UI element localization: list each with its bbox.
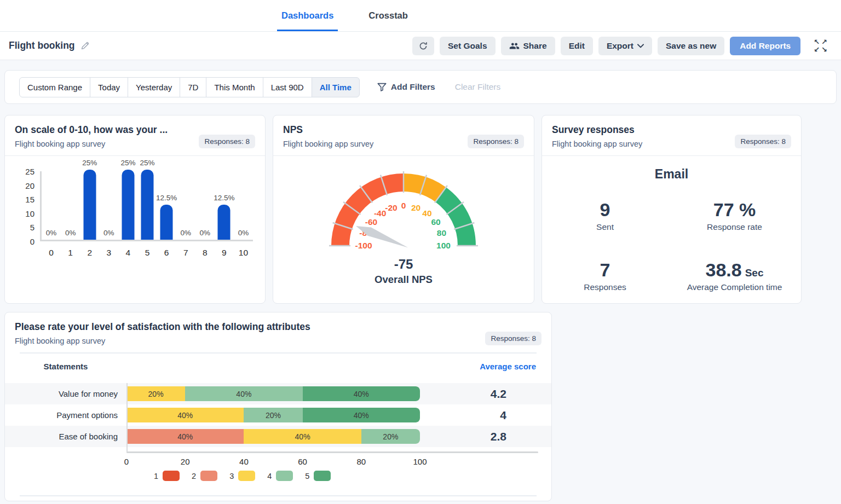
range-all-time[interactable]: All Time bbox=[312, 77, 360, 97]
bar bbox=[83, 170, 96, 240]
y-tick-label: 25 bbox=[25, 167, 34, 176]
stacked-bar: 40%20%40% bbox=[126, 408, 420, 422]
export-button[interactable]: Export bbox=[598, 37, 652, 55]
nps-gauge-chart: -100-80-60-40-20020406080100-75Overall N… bbox=[273, 156, 534, 284]
add-filters-button[interactable]: Add Filters bbox=[374, 82, 439, 92]
gauge-tick-label: -20 bbox=[385, 203, 397, 212]
bar-value-label: 25% bbox=[140, 159, 155, 167]
range-custom-range[interactable]: Custom Range bbox=[19, 77, 90, 97]
range-last-90d[interactable]: Last 90D bbox=[263, 77, 312, 97]
stacked-bar: 20%40%40% bbox=[126, 386, 420, 401]
range-today[interactable]: Today bbox=[90, 77, 128, 97]
table-rows: Value for money20%40%40%4.2Payment optio… bbox=[5, 383, 551, 447]
bar-segment-scale-3: 40% bbox=[244, 429, 361, 444]
report-title: On scale of 0-10, how was your ... bbox=[15, 124, 168, 136]
legend-swatch bbox=[276, 471, 293, 481]
legend-label: 4 bbox=[267, 472, 272, 480]
date-range-segments: Custom RangeTodayYesterday7DThis MonthLa… bbox=[19, 77, 360, 97]
add-filters-label: Add Filters bbox=[391, 82, 435, 92]
x-tick-label: 9 bbox=[215, 248, 234, 258]
statement-label: Ease of booking bbox=[5, 432, 126, 441]
stat-responses: 7 Responses bbox=[542, 259, 668, 292]
y-tick-label: 0 bbox=[30, 237, 34, 246]
table-row: Value for money20%40%40%4.2 bbox=[5, 383, 551, 404]
x-tick-label: 4 bbox=[118, 248, 137, 258]
bar-segment-scale-5: 40% bbox=[303, 386, 420, 401]
responses-badge: Responses: 8 bbox=[485, 332, 542, 345]
toolbar: Flight booking Set Goals Share Edit Expo… bbox=[0, 32, 841, 60]
gauge-tick-label: -100 bbox=[355, 241, 372, 250]
range-this-month[interactable]: This Month bbox=[206, 77, 263, 97]
average-score-value: 4.2 bbox=[420, 387, 551, 401]
clear-filters-button[interactable]: Clear Filters bbox=[452, 82, 504, 92]
x-axis: 012345678910 bbox=[42, 248, 253, 258]
legend-label: 5 bbox=[305, 472, 309, 480]
save-as-new-button[interactable]: Save as new bbox=[658, 37, 724, 55]
survey-responses-card: Survey responses Flight booking app surv… bbox=[542, 115, 802, 304]
statement-label: Value for money bbox=[5, 389, 126, 398]
report-subtitle: Flight booking app survey bbox=[15, 337, 310, 345]
legend-label: 3 bbox=[229, 472, 234, 480]
x-tick-label: 6 bbox=[157, 248, 176, 258]
report-title: NPS bbox=[283, 124, 373, 136]
bar-segment-scale-4: 20% bbox=[361, 429, 420, 444]
tab-crosstab[interactable]: Crosstab bbox=[364, 0, 412, 31]
legend-item-1: 1 bbox=[154, 471, 180, 481]
gauge-tick-label: 60 bbox=[431, 217, 440, 227]
bar-segment-scale-4: 20% bbox=[244, 408, 302, 422]
dashboard-title: Flight booking bbox=[9, 40, 75, 51]
bar-value-label: 12.5% bbox=[156, 194, 177, 202]
share-label: Share bbox=[523, 41, 547, 51]
add-reports-button[interactable]: Add Reports bbox=[730, 37, 800, 55]
reports-row: On scale of 0-10, how was your ... Fligh… bbox=[4, 115, 837, 304]
x-axis-ticks: 020406080100 bbox=[126, 453, 420, 466]
x-tick-label: 80 bbox=[356, 457, 366, 466]
legend-item-2: 2 bbox=[192, 471, 217, 481]
bar-column: 12.5% bbox=[157, 171, 176, 240]
fullscreen-button[interactable]: ↖↗ ↙↘ bbox=[810, 38, 832, 54]
gauge-svg: -100-80-60-40-20020406080100-75Overall N… bbox=[316, 164, 491, 284]
expand-icon: ↖↗ bbox=[814, 38, 829, 45]
bar-value-label: 0% bbox=[180, 229, 191, 237]
tab-dashboards[interactable]: Dashboards bbox=[277, 0, 338, 31]
report-subtitle: Flight booking app survey bbox=[15, 140, 168, 148]
x-tick-label: 0 bbox=[42, 248, 61, 258]
plot-area: 0%0%25%0%25%25%12.5%0%0%12.5%0% bbox=[40, 171, 253, 241]
stat-label: Average Completion time bbox=[668, 282, 801, 292]
refresh-button[interactable] bbox=[412, 37, 434, 55]
average-score-column-header[interactable]: Average score bbox=[420, 362, 551, 371]
range-7d[interactable]: 7D bbox=[180, 77, 206, 97]
legend-item-3: 3 bbox=[229, 471, 255, 481]
gauge-tick-label: 20 bbox=[411, 203, 420, 212]
stat-label: Response rate bbox=[668, 222, 801, 232]
x-tick-label: 0 bbox=[124, 457, 129, 466]
bar-column: 25% bbox=[137, 171, 157, 240]
x-tick-label: 3 bbox=[99, 248, 118, 258]
x-tick-label: 60 bbox=[298, 457, 307, 466]
card-header: Please rate your level of satisfaction w… bbox=[5, 312, 551, 352]
stat-value: 38.8 bbox=[706, 259, 742, 280]
set-goals-button[interactable]: Set Goals bbox=[440, 37, 496, 55]
gauge-tick-label: 40 bbox=[422, 208, 431, 218]
report-title: Please rate your level of satisfaction w… bbox=[15, 321, 310, 333]
legend-label: 1 bbox=[154, 472, 158, 480]
stat-sent: 9 Sent bbox=[542, 199, 668, 232]
y-tick-label: 20 bbox=[25, 181, 34, 190]
table-row: Payment options40%20%40%4 bbox=[5, 404, 551, 426]
stat-label: Sent bbox=[542, 222, 668, 232]
scale-legend: 12345 bbox=[154, 471, 551, 481]
y-tick-label: 15 bbox=[25, 195, 34, 204]
range-yesterday[interactable]: Yesterday bbox=[128, 77, 180, 97]
bar-segment-scale-4: 40% bbox=[185, 386, 302, 401]
stat-value: 77 % bbox=[668, 199, 801, 221]
card-header: NPS Flight booking app survey Responses:… bbox=[273, 115, 534, 156]
x-tick-label: 100 bbox=[413, 457, 427, 466]
bar-segment-scale-2: 40% bbox=[126, 429, 244, 444]
edit-title-icon[interactable] bbox=[80, 41, 90, 50]
stat-response-rate: 77 % Response rate bbox=[668, 199, 801, 232]
export-label: Export bbox=[607, 41, 633, 51]
share-button[interactable]: Share bbox=[501, 37, 555, 55]
gauge-tick-label: -60 bbox=[365, 217, 377, 227]
bar-column: 0% bbox=[42, 171, 61, 240]
edit-button[interactable]: Edit bbox=[561, 37, 593, 55]
